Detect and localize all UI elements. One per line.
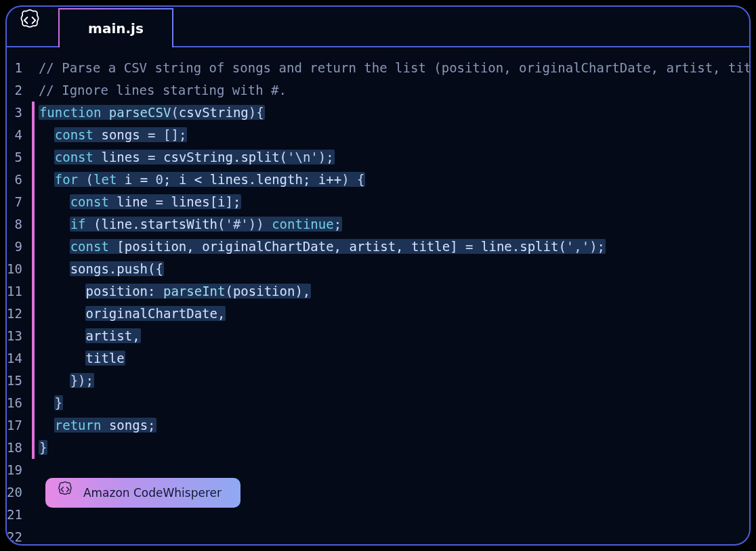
code-line: const lines = csvString.split('\n'); [32, 146, 751, 169]
code-line: const line = lines[i]; [32, 191, 751, 213]
tab-label: main.js [88, 20, 144, 37]
tab-main-js[interactable]: main.js [58, 8, 173, 47]
line-number: 4 [7, 124, 22, 146]
codewhisperer-badge-label: Amazon CodeWhisperer [83, 482, 222, 504]
line-number: 15 [7, 370, 22, 392]
suggestion-indicator [32, 102, 35, 124]
code-line: songs.push({ [32, 258, 751, 280]
line-number: 17 [7, 414, 22, 437]
line-number: 21 [7, 504, 22, 526]
codewhisperer-badge-icon [56, 481, 74, 506]
line-number: 7 [7, 191, 22, 213]
line-number: 5 [7, 146, 22, 169]
tab-bar: main.js [7, 7, 749, 47]
codewhisperer-badge[interactable]: Amazon CodeWhisperer [45, 478, 240, 508]
code-content[interactable]: // Parse a CSV string of songs and retur… [32, 57, 751, 546]
code-area[interactable]: 12345678910111213141516171819202122 // P… [7, 47, 749, 546]
editor-window: main.js 12345678910111213141516171819202… [5, 5, 751, 546]
code-line: }); [32, 370, 751, 392]
line-number: 20 [7, 481, 22, 504]
code-line: artist, [32, 325, 751, 347]
code-line: } [32, 437, 751, 459]
code-line: const [position, originalChartDate, arti… [32, 236, 751, 258]
line-number: 8 [7, 213, 22, 236]
line-number: 11 [7, 280, 22, 303]
line-number: 12 [7, 303, 22, 325]
line-number: 10 [7, 258, 22, 280]
code-line: originalChartDate, [32, 303, 751, 325]
code-line: return songs; [32, 414, 751, 437]
code-line: } [32, 392, 751, 414]
code-line: function parseCSV(csvString){ [32, 102, 751, 124]
line-number: 2 [7, 79, 22, 102]
line-number: 19 [7, 459, 22, 481]
line-number: 3 [7, 102, 22, 124]
line-number-gutter: 12345678910111213141516171819202122 [7, 57, 32, 546]
code-line: for (let i = 0; i < lines.length; i++) { [32, 169, 751, 191]
line-number: 16 [7, 392, 22, 414]
code-line: // Ignore lines starting with #. [32, 79, 751, 102]
line-number: 13 [7, 325, 22, 347]
line-number: 6 [7, 169, 22, 191]
line-number: 22 [7, 526, 22, 546]
line-number: 14 [7, 347, 22, 370]
code-line [32, 526, 751, 546]
line-number: 1 [7, 57, 22, 79]
line-number: 18 [7, 437, 22, 459]
code-line: // Parse a CSV string of songs and retur… [32, 57, 751, 79]
code-line: position: parseInt(position), [32, 280, 751, 303]
code-line: title [32, 347, 751, 370]
line-number: 9 [7, 236, 22, 258]
code-line: if (line.startsWith('#')) continue; [32, 213, 751, 236]
code-line: const songs = []; [32, 124, 751, 146]
codewhisperer-logo-icon [18, 8, 42, 32]
